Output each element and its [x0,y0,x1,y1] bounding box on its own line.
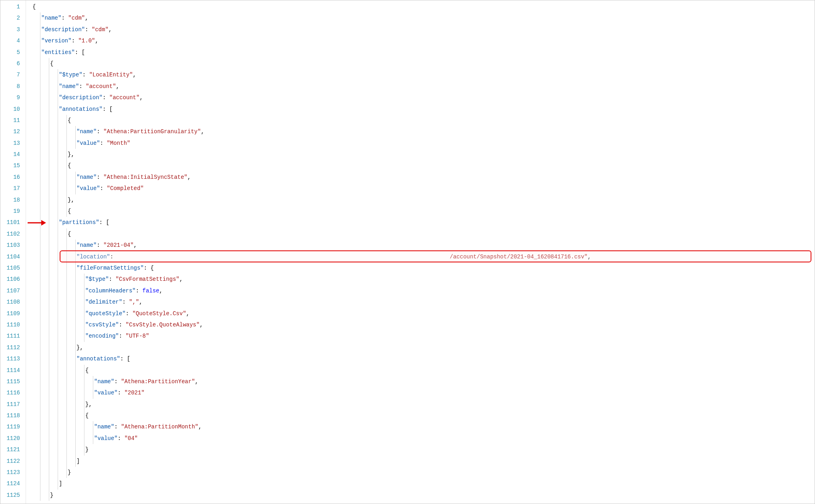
code-line[interactable]: "name": "2021-04", [31,240,815,251]
line-number: 16 [0,172,26,183]
code-line[interactable]: "$type": "CsvFormatSettings", [31,274,815,285]
code-line[interactable]: "encoding": "UTF-8" [31,330,815,342]
token-key: "name" [76,242,96,248]
code-line-content: "name": "2021-04", [31,242,137,248]
code-line[interactable]: } [31,490,815,501]
code-line[interactable]: { [31,410,815,421]
code-line[interactable]: "quoteStyle": "QuoteStyle.Csv", [31,308,815,319]
token-punct: } [85,446,88,453]
token-punct: : [96,242,103,248]
code-line[interactable]: { [31,228,815,240]
indent-guide [75,296,76,308]
indent-guide [49,308,49,319]
indent-guide [75,330,76,342]
code-line[interactable]: "name": "cdm", [31,12,815,24]
code-line-content: }, [31,151,74,158]
code-line[interactable]: "name": "account", [31,81,815,92]
token-punct: : [72,38,78,44]
code-line[interactable]: "partitions": [ [31,217,815,228]
code-content[interactable]: {"name": "cdm","description": "cdm","ver… [26,0,815,504]
code-line[interactable]: { [31,160,815,171]
code-line[interactable]: { [31,115,815,126]
code-line[interactable]: } [31,444,815,455]
code-line[interactable]: }, [31,149,815,160]
code-line-content: { [31,4,36,10]
code-line-content: "name": "Athena:PartitionMonth", [31,424,202,430]
indent-guide [58,251,58,262]
indent-guide [49,478,49,489]
code-line[interactable]: { [31,206,815,217]
indent-guide [66,319,67,330]
indent-guide [66,456,67,467]
code-line-content: "description": "account", [31,94,143,101]
indent-guide [49,92,49,103]
code-line[interactable]: "value": "Month" [31,138,815,149]
indent-guide [40,69,40,80]
code-line[interactable]: "name": "Athena:PartitionYear", [31,376,815,387]
code-line-content: "partitions": [ [31,219,109,226]
code-line[interactable]: "$type": "LocalEntity", [31,69,815,80]
code-line[interactable]: "name": "Athena:PartitionMonth", [31,421,815,432]
token-punct: : [119,333,126,339]
code-line[interactable]: ] [31,456,815,467]
indent-guide [75,342,76,353]
token-str: "CsvFormatSettings" [116,276,180,282]
code-line[interactable]: "version": "1.0", [31,35,815,46]
code-line[interactable]: ] [31,478,815,489]
line-number: 1111 [0,330,26,342]
token-key: "encoding" [85,333,119,339]
indent-guide [58,478,58,489]
code-line[interactable]: "name": "Athena:PartitionGranularity", [31,126,815,137]
token-str: "04" [124,435,138,442]
indent-guide [40,126,40,137]
code-line[interactable]: "fileFormatSettings": { [31,262,815,274]
token-punct: }, [85,401,92,408]
code-line-content: ] [31,458,80,464]
code-line[interactable]: }, [31,194,815,206]
token-punct: : [102,94,109,101]
code-line-content: { [31,60,53,67]
line-number: 3 [0,24,26,35]
indent-guide [49,376,49,387]
code-line[interactable]: "description": "cdm", [31,24,815,35]
code-line-content: { [31,412,88,419]
code-line[interactable]: "delimiter": ",", [31,296,815,308]
code-line[interactable]: "value": "04" [31,433,815,444]
code-line-content: "entities": [ [31,49,85,56]
indent-guide [66,410,67,421]
indent-guide [66,138,67,149]
code-line[interactable]: "annotations": [ [31,353,815,364]
indent-guide [40,251,40,262]
indent-guide [84,330,84,342]
token-str: "," [129,299,139,305]
code-line[interactable]: { [31,1,815,12]
indent-guide [58,228,58,240]
code-line[interactable]: }, [31,342,815,353]
code-line[interactable]: { [31,58,815,69]
token-key: "name" [94,424,114,430]
code-line[interactable]: "entities": [ [31,47,815,58]
indent-guide [58,240,58,251]
code-line-content: "description": "cdm", [31,26,112,33]
code-line-content: "$type": "LocalEntity", [31,72,136,78]
code-line[interactable]: "csvStyle": "CsvStyle.QuoteAlways", [31,319,815,330]
code-line[interactable]: { [31,365,815,376]
code-editor[interactable]: 1234567891011121314151617181911011102110… [0,0,815,504]
code-line[interactable]: "value": "2021" [31,387,815,398]
code-line[interactable]: }, [31,399,815,410]
token-key: "delimiter" [85,299,122,305]
token-punct: }, [76,344,83,351]
code-line-content: "name": "Athena:PartitionGranularity", [31,128,204,135]
indent-guide [49,58,49,69]
line-number: 1120 [0,433,26,444]
code-line-content: "quoteStyle": "QuoteStyle.Csv", [31,310,189,317]
code-line[interactable]: "location": /account/Snapshot/2021-04_16… [31,251,815,262]
code-line[interactable]: "annotations": [ [31,104,815,115]
code-line[interactable]: "value": "Completed" [31,183,815,194]
code-line[interactable]: } [31,467,815,478]
code-line[interactable]: "columnHeaders": false, [31,285,815,296]
code-line[interactable]: "name": "Athena:InitialSyncState", [31,172,815,183]
indent-guide [58,433,58,444]
indent-guide [49,444,49,455]
code-line[interactable]: "description": "account", [31,92,815,103]
